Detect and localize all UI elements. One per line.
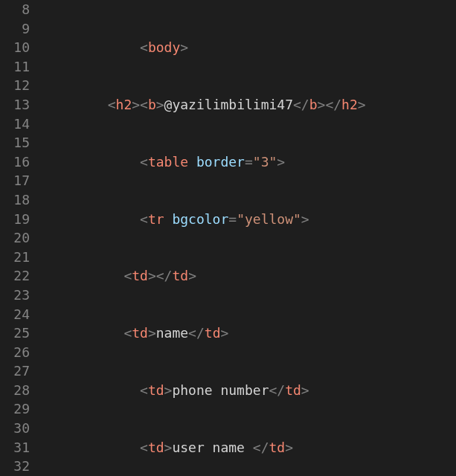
code-line[interactable]: <td></td> [43,266,456,286]
line-number: 28 [0,381,43,400]
line-number: 21 [0,248,43,267]
line-number: 27 [0,361,43,381]
line-number: 11 [0,57,43,77]
code-line[interactable]: <td>user name </td> [43,438,456,457]
code-editor[interactable]: 8 9 10 11 12 13 14 15 16 17 18 19 20 21 … [0,0,456,476]
line-number: 23 [0,286,43,305]
line-number: 9 [0,19,43,39]
line-number-gutter: 8 9 10 11 12 13 14 15 16 17 18 19 20 21 … [0,0,43,476]
line-number: 20 [0,228,43,248]
line-number: 14 [0,115,43,134]
line-number: 29 [0,399,43,419]
code-line[interactable]: <body> [43,38,456,57]
code-line[interactable]: <h2><b>@yazilimbilimi47</b></h2> [43,95,456,115]
code-line[interactable]: <td>name</td> [43,324,456,343]
line-number: 16 [0,152,43,172]
line-number: 10 [0,38,43,57]
line-number: 17 [0,171,43,190]
line-number: 18 [0,190,43,210]
line-number: 26 [0,343,43,362]
line-number: 32 [0,457,43,476]
line-number: 31 [0,438,43,457]
line-number: 24 [0,305,43,324]
line-number: 25 [0,324,43,343]
line-number: 13 [0,95,43,115]
line-number: 15 [0,133,43,152]
code-line[interactable]: <tr bgcolor="yellow"> [43,210,456,229]
line-number: 22 [0,266,43,286]
code-area[interactable]: <body> <h2><b>@yazilimbilimi47</b></h2> … [43,0,456,476]
line-number: 12 [0,76,43,95]
line-number: 19 [0,210,43,229]
code-line[interactable]: <td>phone number</td> [43,381,456,400]
line-number: 8 [0,0,43,19]
line-number: 30 [0,419,43,438]
code-line[interactable]: <table border="3"> [43,152,456,172]
